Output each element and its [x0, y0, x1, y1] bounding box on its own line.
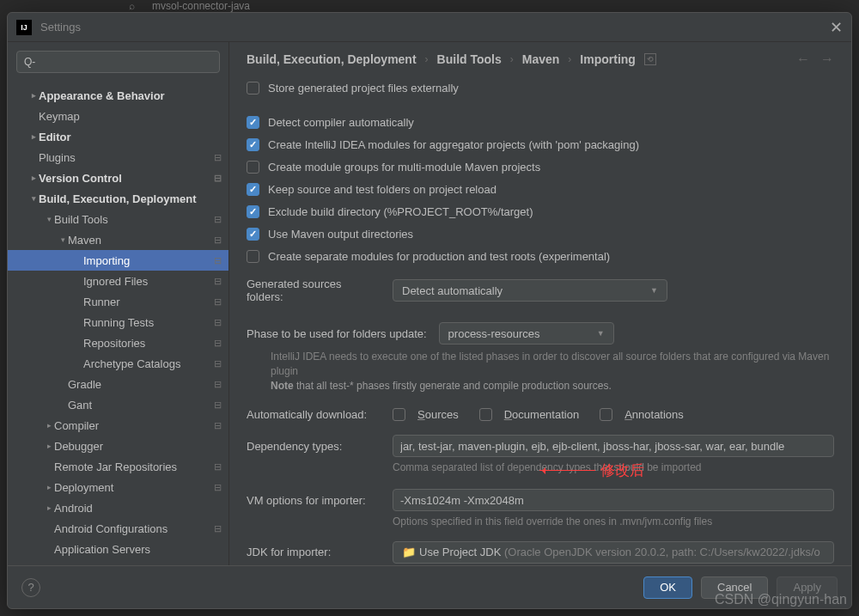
checkbox-icon[interactable]: ✓: [247, 183, 259, 196]
checkbox-documentation[interactable]: [479, 408, 492, 421]
dep-types-hint: Comma separated list of dependency types…: [247, 460, 834, 475]
forward-icon[interactable]: →: [820, 52, 834, 67]
sidebar-item-editor[interactable]: ▸Editor: [8, 126, 228, 147]
sidebar-item-archetype-catalogs[interactable]: Archetype Catalogs⊟: [8, 353, 228, 374]
ok-button[interactable]: OK: [643, 576, 692, 599]
sidebar-item-android-configurations[interactable]: Android Configurations⊟: [8, 518, 228, 539]
sidebar-item-maven[interactable]: ▾Maven⊟: [8, 229, 228, 250]
checkbox-label: Create module groups for multi-module Ma…: [268, 161, 540, 174]
checkbox-row[interactable]: ✓Detect compiler automatically: [247, 111, 834, 133]
phase-hint: IntelliJ IDEA needs to execute one of th…: [247, 350, 834, 393]
checkbox-icon[interactable]: [247, 250, 259, 263]
back-icon[interactable]: ←: [796, 52, 810, 67]
sidebar-item-compiler[interactable]: ▸Compiler⊟: [8, 415, 228, 436]
sidebar-item-remote-jar-repositories[interactable]: Remote Jar Repositories⊟: [8, 456, 228, 477]
close-icon[interactable]: ✕: [830, 18, 843, 37]
sidebar-item-running-tests[interactable]: Running Tests⊟: [8, 312, 228, 332]
checkbox-icon[interactable]: ✓: [247, 116, 259, 129]
checkbox-icon[interactable]: [247, 82, 259, 95]
vm-options-label: VM options for importer:: [247, 494, 381, 507]
apply-button[interactable]: Apply: [777, 576, 838, 599]
sidebar-item-android[interactable]: ▸Android: [8, 497, 228, 518]
sidebar-item-deployment[interactable]: ▸Deployment⊟: [8, 477, 228, 497]
checkbox-row[interactable]: ✓Keep source and test folders on project…: [247, 178, 834, 200]
auto-download-label: Automatically download:: [247, 408, 381, 421]
checkbox-label: Keep source and test folders on project …: [268, 183, 497, 196]
settings-tree: ▸Appearance & BehaviorKeymap▸EditorPlugi…: [8, 82, 228, 565]
checkbox-row[interactable]: ✓Create IntelliJ IDEA modules for aggreg…: [247, 133, 834, 156]
checkbox-row[interactable]: ✓Exclude build directory (%PROJECT_ROOT%…: [247, 200, 834, 223]
checkbox-label: Create IntelliJ IDEA modules for aggrega…: [268, 138, 639, 151]
sidebar-item-plugins[interactable]: Plugins⊟: [8, 147, 228, 168]
checkbox-label: Use Maven output directories: [268, 228, 413, 241]
sidebar-item-application-servers[interactable]: Application Servers: [8, 539, 228, 559]
sidebar-item-appearance-behavior[interactable]: ▸Appearance & Behavior: [8, 85, 228, 106]
sidebar-item-build-tools[interactable]: ▾Build Tools⊟: [8, 209, 228, 229]
app-icon: IJ: [16, 20, 32, 35]
help-icon[interactable]: ?: [21, 578, 40, 597]
dialog-footer: ? OK Cancel Apply: [8, 565, 851, 608]
checkbox-label: Create separate modules for production a…: [268, 250, 610, 263]
jdk-label: JDK for importer:: [247, 546, 381, 558]
vm-options-input[interactable]: [393, 489, 834, 511]
checkbox-row[interactable]: Create module groups for multi-module Ma…: [247, 156, 834, 178]
sidebar-item-ignored-files[interactable]: Ignored Files⊟: [8, 271, 228, 291]
sidebar-item-gant[interactable]: Gant⊟: [8, 394, 228, 415]
gen-sources-label: Generated sources folders:: [247, 278, 381, 303]
checkbox-row[interactable]: Create separate modules for production a…: [247, 245, 834, 267]
checkbox-icon[interactable]: ✓: [247, 228, 259, 241]
sidebar-item-runner[interactable]: Runner⊟: [8, 291, 228, 312]
vm-options-hint: Options specified in this field override…: [247, 515, 834, 529]
settings-dialog: IJ Settings ✕ ▸Appearance & BehaviorKeym…: [7, 12, 852, 609]
phase-select[interactable]: process-resources▼: [439, 322, 614, 345]
checkbox-icon[interactable]: [247, 161, 259, 174]
checkbox-icon[interactable]: ✓: [247, 138, 259, 151]
reset-icon[interactable]: ⟲: [644, 53, 656, 65]
sidebar-item-build-execution-deployment[interactable]: ▾Build, Execution, Deployment: [8, 188, 228, 209]
checkbox-row[interactable]: Store generated project files externally: [247, 76, 834, 99]
breadcrumb: Build, Execution, Deployment› Build Tool…: [229, 42, 851, 76]
sidebar-item-coverage[interactable]: Coverage⊟: [8, 559, 228, 565]
checkbox-label: Store generated project files externally: [268, 82, 459, 95]
dep-types-input[interactable]: [393, 435, 834, 457]
sidebar-item-repositories[interactable]: Repositories⊟: [8, 332, 228, 353]
background-toolbar: ⌕mvsol-connector-java: [0, 0, 859, 12]
sidebar-item-version-control[interactable]: ▸Version Control⊟: [8, 168, 228, 188]
sidebar: ▸Appearance & BehaviorKeymap▸EditorPlugi…: [8, 42, 229, 565]
sidebar-item-keymap[interactable]: Keymap: [8, 106, 228, 126]
checkbox-sources[interactable]: [393, 408, 405, 421]
dialog-title: Settings: [40, 21, 830, 34]
phase-label: Phase to be used for folders update:: [247, 327, 427, 340]
dep-types-label: Dependency types:: [247, 440, 381, 453]
checkbox-label: Exclude build directory (%PROJECT_ROOT%/…: [268, 205, 533, 218]
search-input[interactable]: [16, 51, 220, 73]
main-panel: Build, Execution, Deployment› Build Tool…: [229, 42, 851, 565]
titlebar: IJ Settings ✕: [8, 13, 851, 42]
checkbox-icon[interactable]: ✓: [247, 205, 259, 218]
sidebar-item-importing[interactable]: Importing⊟: [8, 250, 228, 271]
checkbox-row[interactable]: ✓Use Maven output directories: [247, 223, 834, 245]
cancel-button[interactable]: Cancel: [701, 576, 768, 599]
checkbox-annotations[interactable]: [600, 408, 612, 421]
checkbox-label: Detect compiler automatically: [268, 116, 414, 129]
sidebar-item-debugger[interactable]: ▸Debugger: [8, 436, 228, 456]
jdk-select[interactable]: 📁Use Project JDK (Oracle OpenJDK version…: [393, 541, 834, 564]
sidebar-item-gradle[interactable]: Gradle⊟: [8, 374, 228, 394]
gen-sources-select[interactable]: Detect automatically▼: [393, 279, 667, 302]
